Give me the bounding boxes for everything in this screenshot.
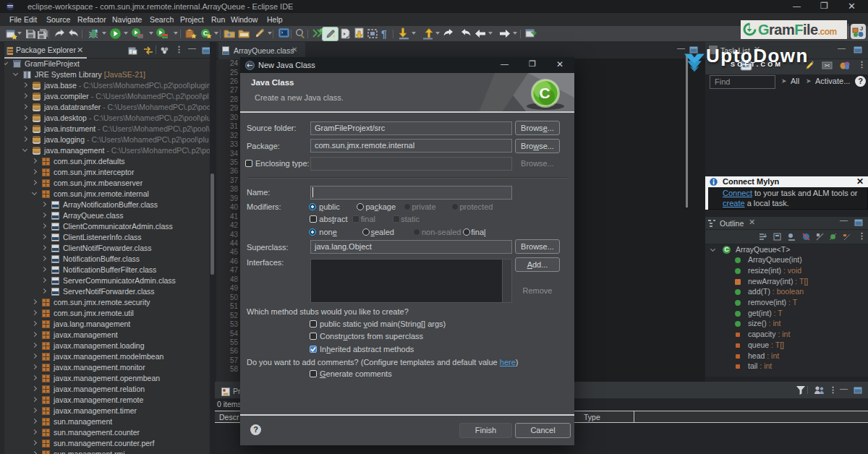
svg-text:C: C — [539, 85, 550, 101]
svg-text:J: J — [860, 25, 863, 32]
